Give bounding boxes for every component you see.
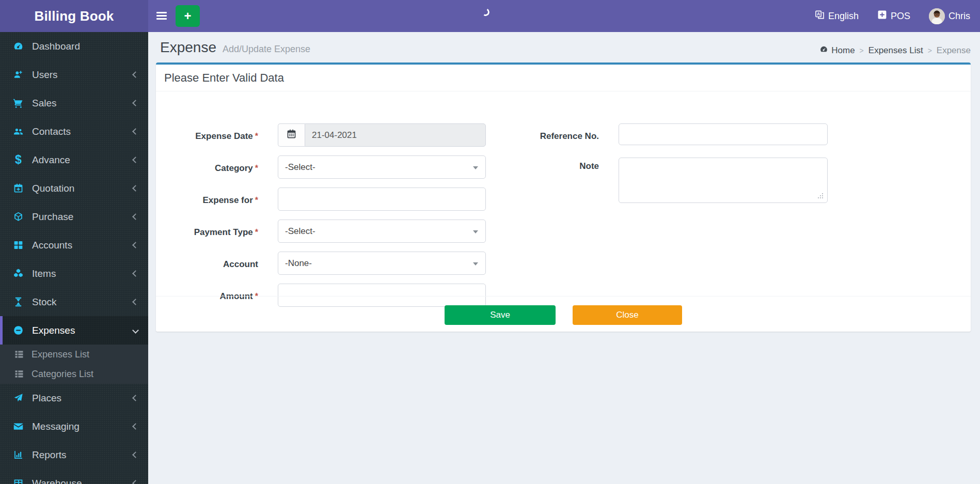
home-dashboard-icon [819, 45, 828, 56]
cube-icon [11, 211, 25, 222]
sidebar-item-quotation[interactable]: Quotation [0, 174, 148, 202]
required-marker: * [255, 196, 258, 205]
sidebar-item-items[interactable]: Items [0, 259, 148, 288]
sidebar-item-accounts[interactable]: Accounts [0, 231, 148, 259]
chevron-down-icon [132, 327, 139, 334]
users-group-icon [11, 126, 25, 137]
calendar-icon [286, 129, 297, 142]
textarea-resize-grip[interactable] [822, 197, 823, 198]
sidebar-item-label: Warehouse [32, 478, 82, 484]
sidebar-item-advance[interactable]: $ Advance [0, 146, 148, 174]
account-label: Account [165, 259, 258, 270]
breadcrumb-home-link[interactable]: Home [819, 45, 855, 56]
sidebar-item-label: Quotation [32, 183, 74, 194]
chevron-left-icon [132, 423, 139, 430]
payment-type-select[interactable]: -Select- [278, 220, 486, 243]
main-content: Expense Add/Update Expense Home > Expens… [148, 32, 980, 484]
envelope-icon [11, 421, 25, 432]
th-list-icon [13, 369, 25, 379]
sidebar-item-label: Purchase [32, 211, 73, 223]
chevron-left-icon [132, 451, 139, 458]
reference-no-input[interactable] [619, 123, 828, 145]
chevron-left-icon [132, 71, 139, 78]
required-marker: * [255, 228, 258, 237]
brand-logo[interactable]: Billing Book [0, 0, 148, 32]
expenses-submenu: Expenses List Categories List [0, 345, 148, 384]
breadcrumb: Home > Expenses List > Expense [819, 45, 971, 56]
sidebar-item-reports[interactable]: Reports [0, 441, 148, 469]
close-button[interactable]: Close [573, 305, 682, 325]
paper-plane-icon [11, 393, 25, 403]
caret-down-icon [473, 262, 478, 266]
sidebar-item-label: Items [32, 268, 56, 279]
chevron-left-icon [132, 185, 139, 192]
minus-circle-icon [11, 325, 25, 336]
plus-square-icon [877, 10, 887, 22]
card-footer: Save Close [156, 296, 971, 334]
note-textarea[interactable] [619, 158, 828, 203]
user-menu[interactable]: Chris [929, 8, 970, 24]
hourglass-icon [11, 296, 25, 307]
plus-icon: + [184, 9, 191, 23]
sidebar-item-label: Accounts [32, 240, 72, 251]
sidebar-item-expenses-list[interactable]: Expenses List [0, 345, 148, 364]
sidebar-item-label: Messaging [32, 421, 80, 432]
quick-add-button[interactable]: + [176, 5, 200, 27]
account-select[interactable]: -None- [278, 252, 486, 275]
category-label: Category* [165, 163, 258, 174]
calendar-plus-icon [11, 183, 25, 194]
breadcrumb-expenses-list-link[interactable]: Expenses List [868, 45, 923, 56]
dollar-icon: $ [11, 154, 25, 166]
page-subtitle: Add/Update Expense [223, 44, 310, 55]
breadcrumb-separator: > [860, 46, 864, 55]
chevron-left-icon [132, 242, 139, 248]
sidebar-item-expenses[interactable]: Expenses [0, 316, 148, 345]
chevron-left-icon [132, 100, 139, 106]
cubes-icon [11, 268, 25, 279]
payment-type-label: Payment Type* [165, 227, 258, 238]
expense-for-label: Expense for* [165, 195, 258, 206]
reference-no-label: Reference No. [506, 131, 599, 142]
calendar-addon[interactable] [278, 123, 305, 147]
chevron-left-icon [132, 480, 139, 484]
chevron-left-icon [132, 157, 139, 163]
save-button[interactable]: Save [445, 305, 556, 325]
note-label: Note [506, 161, 599, 171]
sidebar-item-label: Expenses List [31, 349, 89, 360]
language-icon: A [815, 10, 825, 22]
shopping-cart-icon [11, 98, 25, 108]
sidebar-item-purchase[interactable]: Purchase [0, 202, 148, 231]
sidebar-item-label: Sales [32, 98, 57, 109]
th-large-icon [11, 240, 25, 251]
form-heading: Please Enter Valid Data [156, 65, 971, 91]
sidebar-item-stock[interactable]: Stock [0, 288, 148, 316]
hamburger-menu-icon[interactable] [156, 12, 167, 20]
user-name-label: Chris [949, 11, 970, 22]
sidebar-item-dashboard[interactable]: Dashboard [0, 32, 148, 60]
sidebar-item-sales[interactable]: Sales [0, 89, 148, 117]
sidebar-item-messaging[interactable]: Messaging [0, 412, 148, 441]
expense-form-card: Please Enter Valid Data Expense Date* [156, 63, 971, 332]
sidebar-item-label: Places [32, 393, 61, 404]
category-select[interactable]: -Select- [278, 155, 486, 179]
sidebar-item-users[interactable]: Users [0, 60, 148, 89]
pos-menu[interactable]: POS [877, 10, 910, 22]
sidebar-nav: Dashboard Users Sales Contacts $ Advance… [0, 32, 148, 484]
sidebar-item-warehouse[interactable]: Warehouse [0, 469, 148, 484]
sidebar-item-label: Users [32, 69, 58, 81]
top-navbar: Billing Book + A English POS [0, 0, 980, 32]
user-avatar [929, 8, 945, 24]
sidebar-item-label: Stock [32, 296, 57, 308]
tachometer-icon [11, 41, 25, 52]
breadcrumb-separator: > [928, 46, 932, 55]
sidebar-item-categories-list[interactable]: Categories List [0, 364, 148, 384]
language-label: English [828, 11, 859, 22]
language-menu[interactable]: A English [815, 10, 859, 22]
expense-date-input[interactable] [305, 123, 486, 147]
sidebar-item-contacts[interactable]: Contacts [0, 117, 148, 146]
sidebar-item-label: Dashboard [32, 41, 80, 52]
breadcrumb-current: Expense [937, 45, 971, 56]
sidebar-item-places[interactable]: Places [0, 384, 148, 412]
expense-for-input[interactable] [278, 188, 486, 211]
sidebar-item-label: Expenses [32, 325, 75, 336]
